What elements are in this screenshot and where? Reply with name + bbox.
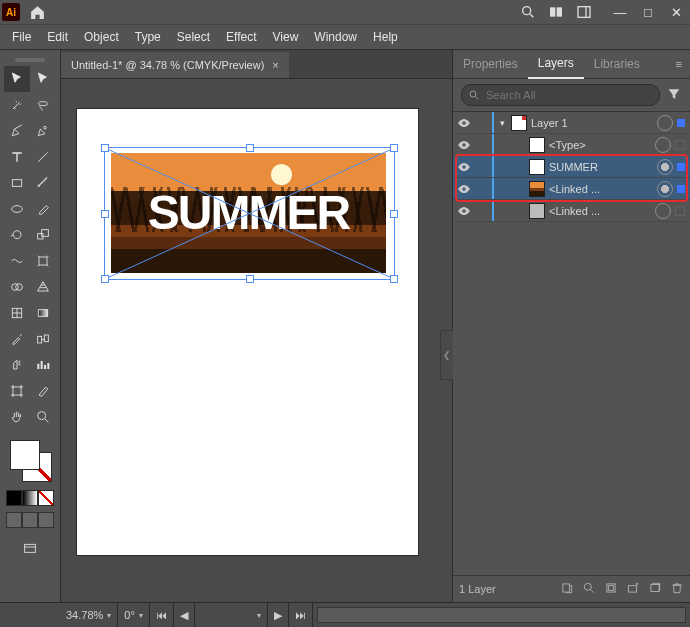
search-icon[interactable]: [514, 0, 542, 24]
visibility-toggle[interactable]: [453, 204, 475, 218]
menu-effect[interactable]: Effect: [218, 25, 264, 49]
eraser-tool[interactable]: [30, 196, 56, 222]
artboard-navigator[interactable]: ▾: [195, 603, 268, 627]
layer-row[interactable]: <Type>: [453, 134, 690, 156]
width-tool[interactable]: [4, 248, 30, 274]
horizontal-scrollbar[interactable]: [317, 608, 686, 622]
tab-properties[interactable]: Properties: [453, 50, 528, 78]
locate-object-icon[interactable]: [582, 581, 596, 597]
layer-row[interactable]: ▾ Layer 1: [453, 112, 690, 134]
delete-layer-icon[interactable]: [670, 581, 684, 597]
paste-remembers-layers-icon[interactable]: [560, 581, 574, 597]
visibility-toggle[interactable]: [453, 160, 475, 174]
draw-behind[interactable]: [22, 512, 38, 528]
rotate-tool[interactable]: [4, 222, 30, 248]
make-clipping-mask-icon[interactable]: [604, 581, 618, 597]
visibility-toggle[interactable]: [453, 138, 475, 152]
disclosure-icon[interactable]: ▾: [497, 118, 507, 128]
scale-tool[interactable]: [30, 222, 56, 248]
shaper-tool[interactable]: [4, 196, 30, 222]
new-layer-icon[interactable]: [648, 581, 662, 597]
free-transform-tool[interactable]: [30, 248, 56, 274]
visibility-toggle[interactable]: [453, 182, 475, 196]
minimize-button[interactable]: —: [606, 0, 634, 24]
zoom-tool[interactable]: [30, 404, 56, 430]
magic-wand-tool[interactable]: [4, 92, 30, 118]
layer-row[interactable]: SUMMER: [453, 156, 690, 178]
line-segment-tool[interactable]: [30, 144, 56, 170]
menu-help[interactable]: Help: [365, 25, 406, 49]
artboard-tool[interactable]: [4, 378, 30, 404]
target-icon[interactable]: [655, 137, 671, 153]
hand-tool[interactable]: [4, 404, 30, 430]
layer-name[interactable]: Layer 1: [531, 117, 655, 129]
menu-file[interactable]: File: [4, 25, 39, 49]
tab-libraries[interactable]: Libraries: [584, 50, 650, 78]
arrange-docs-button[interactable]: [542, 0, 570, 24]
home-button[interactable]: [23, 0, 51, 24]
summer-text-object[interactable]: SUMMER: [111, 185, 386, 240]
symbol-sprayer-tool[interactable]: [4, 352, 30, 378]
close-window-button[interactable]: ✕: [662, 0, 690, 24]
rectangle-tool[interactable]: [4, 170, 30, 196]
layer-name[interactable]: <Linked ...: [549, 205, 653, 217]
artboard-nav-prev[interactable]: ◀: [174, 603, 195, 627]
target-icon[interactable]: [657, 159, 673, 175]
swatch-color[interactable]: [6, 490, 22, 506]
target-icon[interactable]: [655, 203, 671, 219]
panel-collapse-handle[interactable]: ❮: [440, 330, 453, 380]
direct-selection-tool[interactable]: [30, 66, 56, 92]
eyedropper-tool[interactable]: [4, 326, 30, 352]
visibility-toggle[interactable]: [453, 116, 475, 130]
layer-search-field[interactable]: [461, 84, 660, 106]
type-tool[interactable]: [4, 144, 30, 170]
selection-tool[interactable]: [4, 66, 30, 92]
layer-search-input[interactable]: [484, 88, 653, 102]
layer-filter-button[interactable]: [666, 86, 682, 104]
draw-normal[interactable]: [6, 512, 22, 528]
fill-stroke-control[interactable]: [8, 438, 52, 482]
menu-edit[interactable]: Edit: [39, 25, 76, 49]
swatch-none[interactable]: [38, 490, 54, 506]
perspective-grid-tool[interactable]: [30, 274, 56, 300]
gradient-tool[interactable]: [30, 300, 56, 326]
artboard[interactable]: SUMMER: [77, 109, 418, 555]
zoom-level-field[interactable]: 34.78%▾: [60, 603, 118, 627]
panel-menu-icon[interactable]: ≡: [668, 58, 690, 70]
workspace-button[interactable]: [570, 0, 598, 24]
curvature-tool[interactable]: [30, 118, 56, 144]
menu-view[interactable]: View: [265, 25, 307, 49]
paintbrush-tool[interactable]: [30, 170, 56, 196]
artboard-nav-last[interactable]: ⏭: [289, 603, 313, 627]
screen-mode-button[interactable]: [17, 536, 43, 562]
pen-tool[interactable]: [4, 118, 30, 144]
menu-select[interactable]: Select: [169, 25, 218, 49]
shape-builder-tool[interactable]: [4, 274, 30, 300]
artboard-nav-first[interactable]: ⏮: [150, 603, 174, 627]
fill-swatch[interactable]: [10, 440, 40, 470]
canvas-area[interactable]: SUMMER: [61, 79, 452, 602]
menu-type[interactable]: Type: [127, 25, 169, 49]
rotate-view-field[interactable]: 0°▾: [118, 603, 150, 627]
maximize-button[interactable]: □: [634, 0, 662, 24]
placed-image[interactable]: SUMMER: [111, 153, 386, 273]
toolbox-grip[interactable]: [15, 58, 45, 62]
tab-layers[interactable]: Layers: [528, 49, 584, 79]
column-graph-tool[interactable]: [30, 352, 56, 378]
layer-row[interactable]: <Linked ...: [453, 178, 690, 200]
layer-name[interactable]: <Type>: [549, 139, 653, 151]
document-tab[interactable]: Untitled-1* @ 34.78 % (CMYK/Preview) ×: [61, 52, 289, 78]
layer-name[interactable]: SUMMER: [549, 161, 655, 173]
lasso-tool[interactable]: [30, 92, 56, 118]
layer-name[interactable]: <Linked ...: [549, 183, 655, 195]
menu-object[interactable]: Object: [76, 25, 127, 49]
mesh-tool[interactable]: [4, 300, 30, 326]
slice-tool[interactable]: [30, 378, 56, 404]
target-icon[interactable]: [657, 181, 673, 197]
layer-row[interactable]: <Linked ...: [453, 200, 690, 222]
menu-window[interactable]: Window: [306, 25, 365, 49]
draw-inside[interactable]: [38, 512, 54, 528]
close-tab-icon[interactable]: ×: [272, 59, 278, 71]
artboard-nav-next[interactable]: ▶: [268, 603, 289, 627]
new-sublayer-icon[interactable]: [626, 581, 640, 597]
